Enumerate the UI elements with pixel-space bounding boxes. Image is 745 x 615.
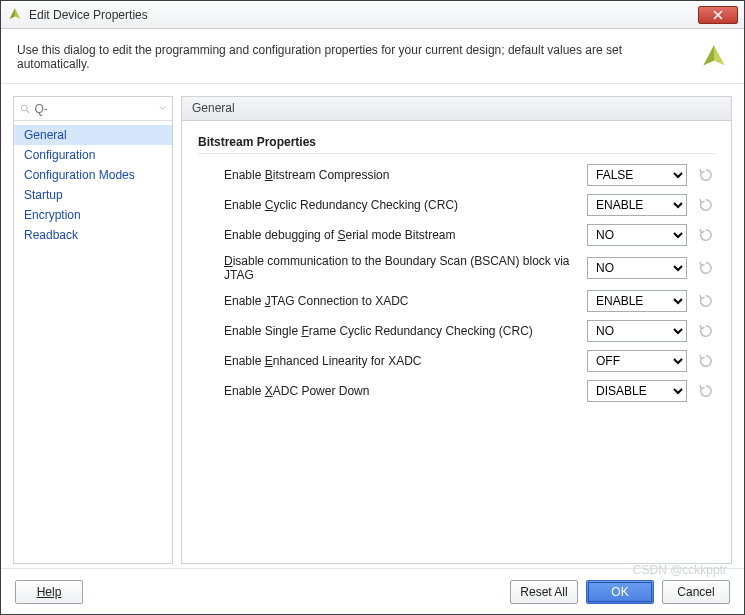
property-row: Enable Single Frame Cyclic Redundancy Ch… bbox=[224, 320, 715, 342]
reset-icon[interactable] bbox=[697, 352, 715, 370]
sidebar-item[interactable]: Readback bbox=[14, 225, 172, 245]
sidebar-item[interactable]: Encryption bbox=[14, 205, 172, 225]
help-label: Help bbox=[37, 585, 62, 599]
property-select[interactable]: NO bbox=[587, 224, 687, 246]
titlebar: Edit Device Properties bbox=[1, 1, 744, 29]
search-input[interactable] bbox=[32, 101, 159, 117]
reset-icon[interactable] bbox=[697, 292, 715, 310]
description-text: Use this dialog to edit the programming … bbox=[17, 43, 688, 71]
sidebar-search[interactable] bbox=[14, 97, 172, 121]
dialog-footer: Help Reset All OK Cancel bbox=[1, 568, 744, 614]
main-header: General bbox=[182, 97, 731, 121]
reset-icon[interactable] bbox=[697, 196, 715, 214]
svg-point-0 bbox=[21, 105, 27, 111]
property-list: Enable Bitstream CompressionFALSEEnable … bbox=[198, 164, 715, 402]
property-label: Enable debugging of Serial mode Bitstrea… bbox=[224, 228, 587, 242]
property-label: Enable XADC Power Down bbox=[224, 384, 587, 398]
cancel-button[interactable]: Cancel bbox=[662, 580, 730, 604]
reset-icon[interactable] bbox=[697, 259, 715, 277]
property-select[interactable]: DISABLE bbox=[587, 380, 687, 402]
property-label: Enable Single Frame Cyclic Redundancy Ch… bbox=[224, 324, 587, 338]
window-title: Edit Device Properties bbox=[29, 8, 698, 22]
dialog-body: GeneralConfigurationConfiguration ModesS… bbox=[1, 84, 744, 568]
dialog-window: Edit Device Properties Use this dialog t… bbox=[0, 0, 745, 615]
section-divider bbox=[198, 153, 715, 154]
section-title: Bitstream Properties bbox=[198, 135, 715, 149]
sidebar-item[interactable]: General bbox=[14, 125, 172, 145]
property-select[interactable]: OFF bbox=[587, 350, 687, 372]
chevron-down-icon bbox=[159, 106, 166, 110]
help-button[interactable]: Help bbox=[15, 580, 83, 604]
property-select[interactable]: FALSE bbox=[587, 164, 687, 186]
app-logo-icon bbox=[7, 7, 23, 23]
property-row: Enable XADC Power DownDISABLE bbox=[224, 380, 715, 402]
sidebar: GeneralConfigurationConfiguration ModesS… bbox=[13, 96, 173, 564]
reset-icon[interactable] bbox=[697, 166, 715, 184]
reset-all-button[interactable]: Reset All bbox=[510, 580, 578, 604]
property-select[interactable]: ENABLE bbox=[587, 194, 687, 216]
property-select[interactable]: ENABLE bbox=[587, 290, 687, 312]
vendor-logo-icon bbox=[700, 43, 728, 71]
description-row: Use this dialog to edit the programming … bbox=[1, 29, 744, 84]
property-row: Enable JTAG Connection to XADCENABLE bbox=[224, 290, 715, 312]
property-label: Enable JTAG Connection to XADC bbox=[224, 294, 587, 308]
property-row: Disable communication to the Boundary Sc… bbox=[224, 254, 715, 282]
sidebar-nav-list: GeneralConfigurationConfiguration ModesS… bbox=[14, 121, 172, 249]
property-select[interactable]: NO bbox=[587, 320, 687, 342]
reset-icon[interactable] bbox=[697, 382, 715, 400]
reset-icon[interactable] bbox=[697, 322, 715, 340]
property-label: Enable Cyclic Redundancy Checking (CRC) bbox=[224, 198, 587, 212]
property-label: Enable Bitstream Compression bbox=[224, 168, 587, 182]
svg-line-1 bbox=[26, 110, 29, 113]
main-panel: General Bitstream Properties Enable Bits… bbox=[181, 96, 732, 564]
property-label: Enable Enhanced Linearity for XADC bbox=[224, 354, 587, 368]
window-close-button[interactable] bbox=[698, 6, 738, 24]
property-select[interactable]: NO bbox=[587, 257, 687, 279]
property-label: Disable communication to the Boundary Sc… bbox=[224, 254, 587, 282]
reset-icon[interactable] bbox=[697, 226, 715, 244]
sidebar-item[interactable]: Startup bbox=[14, 185, 172, 205]
ok-button[interactable]: OK bbox=[586, 580, 654, 604]
property-row: Enable Enhanced Linearity for XADCOFF bbox=[224, 350, 715, 372]
property-row: Enable Bitstream CompressionFALSE bbox=[224, 164, 715, 186]
close-icon bbox=[713, 10, 723, 20]
main-content: Bitstream Properties Enable Bitstream Co… bbox=[182, 121, 731, 424]
property-row: Enable Cyclic Redundancy Checking (CRC)E… bbox=[224, 194, 715, 216]
sidebar-item[interactable]: Configuration Modes bbox=[14, 165, 172, 185]
sidebar-item[interactable]: Configuration bbox=[14, 145, 172, 165]
search-icon bbox=[20, 103, 30, 115]
property-row: Enable debugging of Serial mode Bitstrea… bbox=[224, 224, 715, 246]
